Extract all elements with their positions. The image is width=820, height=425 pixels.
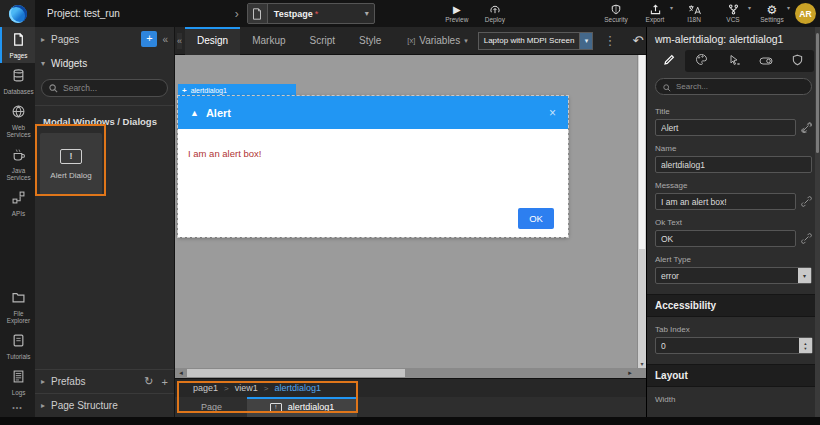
breadcrumb-page1[interactable]: page1 (193, 383, 218, 393)
preview-button[interactable]: ▶ Preview (441, 0, 473, 27)
sidebar-item-logs[interactable]: Logs (0, 364, 35, 400)
widget-search[interactable] (41, 79, 168, 97)
collapse-left-panel-button[interactable]: « (177, 33, 182, 49)
sidebar-item-databases[interactable]: Databases (0, 63, 35, 99)
property-search-input[interactable] (676, 82, 804, 91)
palette-icon (695, 52, 708, 70)
bind-link-icon[interactable] (801, 196, 812, 207)
bind-link-icon[interactable] (801, 122, 812, 133)
app-window: Project: test_run › Testpage * ▾ ▶ Previ… (0, 0, 820, 425)
tab-script[interactable]: Script (298, 27, 348, 55)
property-search[interactable] (655, 78, 812, 95)
user-avatar[interactable]: AR (795, 3, 816, 24)
top-bar: Project: test_run › Testpage * ▾ ▶ Previ… (0, 0, 820, 27)
alert-dialog-icon: ! (270, 403, 282, 412)
play-icon: ▶ (453, 5, 461, 15)
title-field[interactable] (655, 119, 796, 136)
unsaved-marker: * (315, 9, 319, 19)
sidebar-item-apis[interactable]: APIs (0, 185, 35, 221)
add-page-button[interactable]: + (141, 31, 157, 47)
vcs-button[interactable]: VCS ▾ (717, 0, 749, 27)
page-doc-icon (248, 4, 268, 23)
breadcrumb-view1[interactable]: view1 (235, 383, 258, 393)
sidebar-item-file-explorer[interactable]: File Explorer (0, 285, 35, 328)
device-selector-dropdown[interactable]: Laptop with MDPI Screen ▾ (478, 32, 594, 50)
page-structure-section-header[interactable]: ▸ Page Structure (35, 393, 174, 417)
breadcrumb-alertdialog1[interactable]: alertdialog1 (274, 383, 321, 393)
scrollbar-thumb[interactable] (187, 369, 405, 377)
deploy-button[interactable]: Deploy (479, 0, 511, 27)
add-prefab-icon[interactable]: + (162, 376, 168, 388)
page-tab[interactable]: Page (175, 397, 247, 417)
tab-style[interactable]: Style (347, 27, 393, 55)
alert-dialog-widget[interactable]: ▲ Alert × I am an alert box! OK (178, 96, 568, 237)
widgets-section-header[interactable]: ▾ Widgets (35, 51, 174, 75)
globe-icon (12, 104, 25, 122)
layout-section-header: Layout (647, 364, 820, 387)
overflow-menu-button[interactable]: ••• (0, 400, 35, 417)
pencil-icon (663, 52, 675, 70)
pages-icon (12, 32, 25, 50)
sidebar-item-web-services[interactable]: Web Services (0, 99, 35, 142)
alertdialog1-tab[interactable]: ! alertdialog1 (247, 397, 357, 417)
selected-widget-tag[interactable]: + alertdialog1 (178, 84, 296, 96)
triangle-right-icon: ▸ (41, 401, 45, 410)
message-field-label: Message (655, 181, 812, 190)
variables-button[interactable]: [x] Variables ▾ (407, 35, 467, 46)
pages-section-header[interactable]: ▸ Pages + « (35, 27, 174, 51)
project-name: Project: test_run (47, 8, 120, 19)
tab-index-field[interactable] (655, 337, 813, 354)
inspector-scrollbar[interactable] (815, 27, 820, 417)
sidebar-item-java-services[interactable]: Java Services (0, 142, 35, 185)
i18n-translate-icon (688, 4, 701, 15)
tab-security[interactable] (782, 50, 814, 72)
branch-icon (728, 4, 739, 15)
canvas-horizontal-scrollbar[interactable]: ◂ ▸ (175, 368, 646, 378)
refresh-prefabs-icon[interactable]: ↻ (144, 375, 153, 388)
wavemaker-logo[interactable] (0, 0, 35, 27)
scroll-left-icon[interactable]: ◂ (176, 368, 186, 378)
sidebar-item-pages[interactable]: Pages (0, 27, 35, 63)
tab-design[interactable]: Design (185, 27, 240, 55)
widget-search-input[interactable] (63, 83, 160, 93)
design-canvas[interactable]: + alertdialog1 ▲ Alert × I am an alert b… (175, 55, 646, 368)
alert-dialog-body: I am an alert box! (178, 129, 568, 175)
bottom-strip (0, 417, 820, 425)
properties-form: Title Name Message Ok Text Alert Type (647, 99, 820, 407)
settings-button[interactable]: ⚙ Settings ▾ (756, 0, 788, 27)
ok-text-field[interactable] (655, 230, 796, 247)
scrollbar-thumb[interactable] (816, 33, 819, 153)
alert-dialog-widget-tile[interactable]: ! Alert Dialog (40, 133, 102, 195)
collapse-panel-icon[interactable]: « (162, 34, 168, 45)
tab-markup[interactable]: Markup (240, 27, 297, 55)
security-button[interactable]: Security (600, 0, 632, 27)
scroll-down-icon[interactable]: ▾ (638, 360, 646, 367)
kebab-menu-icon[interactable]: ⋮ (603, 33, 616, 48)
i18n-button[interactable]: I18N (678, 0, 710, 27)
canvas-vertical-scrollbar[interactable]: ▾ (637, 55, 646, 368)
divider (35, 105, 174, 106)
page-selector-dropdown[interactable]: Testpage * ▾ (247, 3, 375, 24)
scrollbar-thumb[interactable] (639, 55, 645, 249)
tab-properties[interactable] (653, 50, 685, 72)
message-field[interactable] (655, 193, 796, 210)
export-button[interactable]: Export ▾ (639, 0, 671, 27)
prefabs-section-header[interactable]: ▸ Prefabs ↻ + (35, 369, 174, 393)
scroll-right-icon[interactable]: ▸ (625, 368, 635, 378)
activity-bar-spacer (0, 221, 35, 285)
ok-button[interactable]: OK (518, 208, 554, 229)
tab-index-stepper[interactable]: ▴ ▾ (799, 338, 812, 353)
tab-styles[interactable] (685, 50, 717, 72)
triangle-right-icon: ▸ (41, 377, 45, 386)
stepper-down-icon[interactable]: ▾ (804, 346, 806, 351)
ok-text-field-label: Ok Text (655, 218, 812, 227)
sidebar-item-tutorials[interactable]: Tutorials (0, 328, 35, 364)
undo-button[interactable]: ↶ (632, 33, 643, 48)
tab-toggle-device[interactable] (750, 50, 782, 72)
alert-type-select[interactable]: error ▾ (655, 267, 812, 284)
tutorials-doc-icon (12, 333, 25, 351)
close-icon[interactable]: × (549, 106, 556, 120)
bind-link-icon[interactable] (801, 233, 812, 244)
tab-events[interactable] (717, 50, 749, 72)
name-field[interactable] (655, 156, 812, 173)
